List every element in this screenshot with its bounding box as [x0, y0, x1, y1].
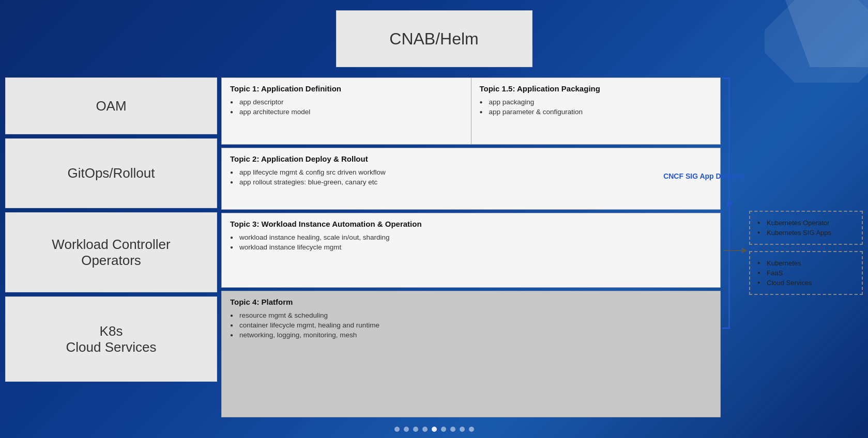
arrow-head — [742, 247, 747, 254]
topic4-list: resource mgmt & scheduling container lif… — [230, 310, 712, 340]
dot-1[interactable] — [394, 427, 400, 432]
topic4-title: Topic 4: Platform — [230, 298, 712, 306]
gitops-label: GitOps/Rollout — [5, 138, 217, 208]
left-labels-column: OAM GitOps/Rollout Workload ControllerOp… — [5, 77, 217, 417]
cnab-helm-box: CNAB/Helm — [336, 10, 532, 67]
dot-8[interactable] — [460, 427, 465, 432]
slide-dots — [394, 427, 474, 432]
topic3-title: Topic 3: Workload Instance Automation & … — [230, 220, 712, 228]
topic4-box: Topic 4: Platform resource mgmt & schedu… — [221, 291, 721, 417]
dot-7[interactable] — [450, 427, 455, 432]
bracket-arrow — [727, 200, 733, 207]
topic3-list: workload instance healing, scale in/out,… — [230, 232, 712, 252]
right-column: CNCF SIG App Delivery Kubernetes Operato… — [749, 77, 863, 417]
topic1-title: Topic 1: Application Definition — [230, 84, 463, 93]
dot-3[interactable] — [413, 427, 418, 432]
topic3-right-list: Kubernetes Operator Kubernetes SIG Apps — [757, 218, 855, 238]
topic4-right-item-3: Cloud Services — [757, 278, 855, 288]
topic1-5-right: Topic 1.5: Application Packaging app pac… — [471, 78, 721, 144]
oam-label: OAM — [5, 77, 217, 134]
topic3-item-1: workload instance healing, scale in/out,… — [230, 232, 712, 242]
k8s-label: K8sCloud Services — [5, 296, 217, 382]
topics-column: Topic 1: Application Definition app desc… — [221, 77, 721, 417]
dot-2[interactable] — [404, 427, 409, 432]
topic4-right-item-2: FaaS — [757, 268, 855, 278]
topic1-list: app descriptor app architecture model — [230, 97, 463, 117]
topic4-right-box-wrapper: Kubernetes FaaS Cloud Services — [749, 251, 863, 295]
topic1-left: Topic 1: Application Definition app desc… — [222, 78, 471, 144]
topic3-arrow — [723, 247, 747, 254]
topic4-item-2: container lifecycle mgmt, healing and ru… — [230, 320, 712, 330]
cnab-helm-label: CNAB/Helm — [389, 29, 478, 49]
topic4-item-3: networking, logging, monitoring, mesh — [230, 330, 712, 340]
arrow-line — [723, 250, 742, 251]
topic1-5-title: Topic 1.5: Application Packaging — [480, 84, 712, 93]
topic2-item-1: app lifecycle mgmt & config src driven w… — [230, 167, 712, 177]
topic3-right-item-1: Kubernetes Operator — [757, 218, 855, 228]
topic3-right-box-wrapper: Kubernetes Operator Kubernetes SIG Apps — [749, 211, 863, 245]
dot-4[interactable] — [422, 427, 428, 432]
topic3-right-item-2: Kubernetes SIG Apps — [757, 228, 855, 238]
dot-6[interactable] — [441, 427, 446, 432]
topic1-box: Topic 1: Application Definition app desc… — [221, 77, 721, 145]
topic4-item-1: resource mgmt & scheduling — [230, 310, 712, 320]
dot-9[interactable] — [469, 427, 474, 432]
topic4-right-item-1: Kubernetes — [757, 258, 855, 268]
topic1-5-list: app packaging app parameter & configurat… — [480, 97, 712, 117]
dot-5[interactable] — [432, 427, 437, 432]
topic2-list: app lifecycle mgmt & config src driven w… — [230, 167, 712, 187]
topic2-box: Topic 2: Application Deploy & Rollout ap… — [221, 148, 721, 210]
topic3-box: Topic 3: Workload Instance Automation & … — [221, 213, 721, 288]
main-content: OAM GitOps/Rollout Workload ControllerOp… — [5, 77, 863, 417]
topic3-item-2: workload instance lifecycle mgmt — [230, 242, 712, 252]
topic1-item-2: app architecture model — [230, 107, 463, 117]
topic1-5-item-1: app packaging — [480, 97, 712, 107]
topic2-title: Topic 2: Application Deploy & Rollout — [230, 154, 712, 163]
workload-label: Workload ControllerOperators — [5, 212, 217, 292]
topic2-item-2: app rollout strategies: blue-green, cana… — [230, 177, 712, 187]
topic1-5-item-2: app parameter & configuration — [480, 107, 712, 117]
topic1-item-1: app descriptor — [230, 97, 463, 107]
topic4-right-list: Kubernetes FaaS Cloud Services — [757, 258, 855, 288]
topic3-right-box: Kubernetes Operator Kubernetes SIG Apps — [749, 211, 863, 245]
topic4-right-box: Kubernetes FaaS Cloud Services — [749, 251, 863, 295]
corner-decoration — [765, 0, 868, 83]
